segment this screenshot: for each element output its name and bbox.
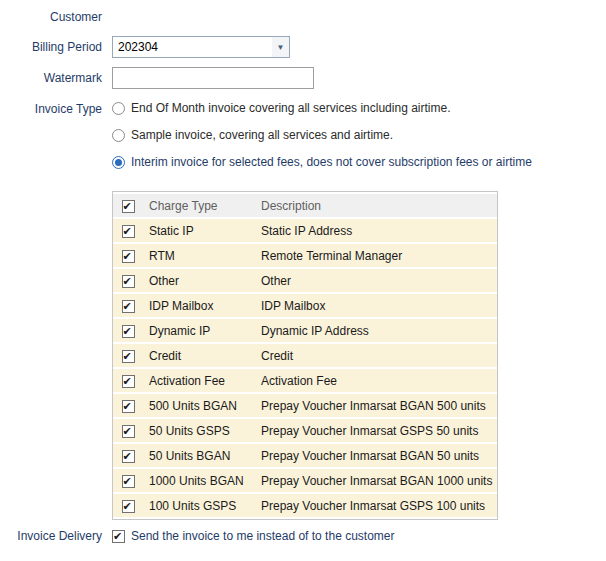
charge-type-cell: RTM bbox=[143, 244, 255, 267]
invoice-type-options: End Of Month invoice covering all servic… bbox=[112, 98, 532, 182]
row-checkbox[interactable] bbox=[122, 500, 135, 513]
invoice-type-option-label: End Of Month invoice covering all servic… bbox=[131, 101, 450, 115]
table-row[interactable]: RTM Remote Terminal Manager bbox=[113, 244, 497, 267]
description-cell: IDP Mailbox bbox=[255, 294, 497, 317]
radio-icon[interactable] bbox=[112, 156, 125, 169]
column-header-description: Description bbox=[255, 194, 497, 217]
description-cell: Prepay Voucher Inmarsat BGAN 500 units bbox=[255, 394, 497, 417]
charge-type-cell: 1000 Units BGAN bbox=[143, 469, 255, 492]
charge-type-cell: IDP Mailbox bbox=[143, 294, 255, 317]
charge-type-cell: 100 Units GSPS bbox=[143, 494, 255, 517]
invoice-type-option-label: Sample invoice, covering all services an… bbox=[131, 128, 393, 142]
charge-type-table: Charge Type Description Static IP Static… bbox=[112, 191, 498, 520]
table-row[interactable]: Dynamic IP Dynamic IP Address bbox=[113, 319, 497, 342]
charge-type-cell: 50 Units GSPS bbox=[143, 419, 255, 442]
column-header-charge-type: Charge Type bbox=[143, 194, 255, 217]
charge-type-cell: 500 Units BGAN bbox=[143, 394, 255, 417]
billing-period-label: Billing Period bbox=[0, 36, 112, 54]
invoice-type-option[interactable]: End Of Month invoice covering all servic… bbox=[112, 101, 532, 115]
invoice-type-option[interactable]: Sample invoice, covering all services an… bbox=[112, 128, 532, 142]
description-cell: Prepay Voucher Inmarsat GSPS 50 units bbox=[255, 419, 497, 442]
billing-period-select[interactable]: 202304 ▼ bbox=[112, 36, 290, 58]
row-checkbox[interactable] bbox=[122, 275, 135, 288]
row-checkbox[interactable] bbox=[122, 300, 135, 313]
table-row[interactable]: Other Other bbox=[113, 269, 497, 292]
row-checkbox[interactable] bbox=[122, 425, 135, 438]
chevron-down-icon[interactable]: ▼ bbox=[272, 37, 289, 57]
select-all-checkbox[interactable] bbox=[122, 200, 135, 213]
table-row[interactable]: 100 Units GSPS Prepay Voucher Inmarsat G… bbox=[113, 494, 497, 517]
charge-type-cell: Credit bbox=[143, 344, 255, 367]
row-checkbox[interactable] bbox=[122, 475, 135, 488]
charge-type-cell: Other bbox=[143, 269, 255, 292]
table-row[interactable]: 500 Units BGAN Prepay Voucher Inmarsat B… bbox=[113, 394, 497, 417]
table-row[interactable]: 1000 Units BGAN Prepay Voucher Inmarsat … bbox=[113, 469, 497, 492]
customer-label: Customer bbox=[0, 10, 112, 24]
send-to-me-option[interactable]: Send the invoice to me instead of to the… bbox=[112, 527, 394, 543]
description-cell: Credit bbox=[255, 344, 497, 367]
send-to-me-label: Send the invoice to me instead of to the… bbox=[131, 529, 394, 543]
radio-icon[interactable] bbox=[112, 102, 125, 115]
table-row[interactable]: 50 Units GSPS Prepay Voucher Inmarsat GS… bbox=[113, 419, 497, 442]
row-checkbox[interactable] bbox=[122, 350, 135, 363]
row-checkbox[interactable] bbox=[122, 250, 135, 263]
watermark-input[interactable] bbox=[112, 67, 314, 89]
description-cell: Prepay Voucher Inmarsat GSPS 100 units bbox=[255, 494, 497, 517]
table-row[interactable]: Static IP Static IP Address bbox=[113, 219, 497, 242]
table-row[interactable]: Activation Fee Activation Fee bbox=[113, 369, 497, 392]
invoice-type-label: Invoice Type bbox=[0, 98, 112, 116]
description-cell: Activation Fee bbox=[255, 369, 497, 392]
table-header-row: Charge Type Description bbox=[113, 194, 497, 217]
row-checkbox[interactable] bbox=[122, 225, 135, 238]
description-cell: Prepay Voucher Inmarsat BGAN 1000 units bbox=[255, 469, 497, 492]
invoice-type-option[interactable]: Interim invoice for selected fees, does … bbox=[112, 155, 532, 169]
row-checkbox[interactable] bbox=[122, 400, 135, 413]
invoice-type-option-label: Interim invoice for selected fees, does … bbox=[131, 155, 532, 169]
invoice-delivery-label: Invoice Delivery bbox=[0, 527, 112, 543]
charge-type-cell: Dynamic IP bbox=[143, 319, 255, 342]
description-cell: Prepay Voucher Inmarsat BGAN 50 units bbox=[255, 444, 497, 467]
table-row[interactable]: IDP Mailbox IDP Mailbox bbox=[113, 294, 497, 317]
row-checkbox[interactable] bbox=[122, 450, 135, 463]
row-checkbox[interactable] bbox=[122, 375, 135, 388]
row-checkbox[interactable] bbox=[122, 325, 135, 338]
table-indent-spacer bbox=[0, 191, 112, 195]
charge-type-cell: 50 Units BGAN bbox=[143, 444, 255, 467]
description-cell: Remote Terminal Manager bbox=[255, 244, 497, 267]
table-row[interactable]: Credit Credit bbox=[113, 344, 497, 367]
charge-type-cell: Static IP bbox=[143, 219, 255, 242]
radio-icon[interactable] bbox=[112, 129, 125, 142]
table-row[interactable]: 50 Units BGAN Prepay Voucher Inmarsat BG… bbox=[113, 444, 497, 467]
description-cell: Other bbox=[255, 269, 497, 292]
description-cell: Static IP Address bbox=[255, 219, 497, 242]
charge-type-cell: Activation Fee bbox=[143, 369, 255, 392]
description-cell: Dynamic IP Address bbox=[255, 319, 497, 342]
watermark-label: Watermark bbox=[0, 67, 112, 85]
send-to-me-checkbox[interactable] bbox=[112, 530, 125, 543]
invoice-form: Customer Billing Period 202304 ▼ Waterma… bbox=[0, 0, 606, 543]
billing-period-value: 202304 bbox=[113, 40, 158, 54]
